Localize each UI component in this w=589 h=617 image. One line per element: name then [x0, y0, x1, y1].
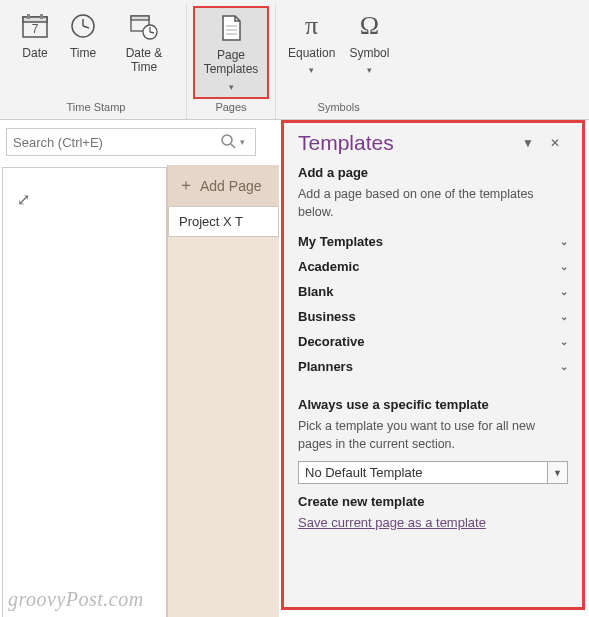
datetime-label: Date & Time	[114, 46, 174, 75]
search-input[interactable]	[13, 135, 220, 150]
symbol-label: Symbol	[349, 46, 389, 60]
chevron-down-icon: ▾	[309, 65, 314, 75]
category-my-templates[interactable]: My Templates ⌄	[298, 229, 568, 254]
add-page-button[interactable]: ＋ Add Page	[168, 165, 279, 206]
category-label: Blank	[298, 284, 333, 299]
chevron-down-icon: ▾	[367, 65, 372, 75]
add-page-title: Add a page	[298, 165, 568, 180]
category-label: Business	[298, 309, 356, 324]
category-label: Decorative	[298, 334, 364, 349]
ribbon-group-symbols: π Equation ▾ Ω Symbol ▾ Symbols	[276, 4, 401, 119]
time-icon	[67, 10, 99, 42]
svg-line-7	[83, 26, 89, 28]
search-icon[interactable]	[220, 133, 236, 152]
page-list: ＋ Add Page Project X T	[167, 165, 279, 617]
svg-point-16	[222, 135, 232, 145]
always-desc: Pick a template you want to use for all …	[298, 418, 568, 453]
svg-rect-9	[131, 16, 149, 20]
default-template-value[interactable]: No Default Template	[298, 461, 548, 484]
ribbon-group-pages: Page Templates ▾ Pages	[187, 4, 276, 119]
page-canvas[interactable]: ⤢	[2, 167, 167, 617]
category-label: Academic	[298, 259, 359, 274]
time-label: Time	[70, 46, 96, 60]
ribbon-group-timestamp: 7 Date Time Date & Time Time Stamp	[6, 4, 187, 119]
category-blank[interactable]: Blank ⌄	[298, 279, 568, 304]
chevron-down-icon: ▾	[229, 82, 234, 92]
create-title: Create new template	[298, 494, 568, 509]
ribbon: 7 Date Time Date & Time Time Stamp	[0, 0, 589, 120]
category-academic[interactable]: Academic ⌄	[298, 254, 568, 279]
datetime-icon	[128, 10, 160, 42]
chevron-down-icon: ⌄	[560, 311, 568, 322]
default-template-select[interactable]: No Default Template ▼	[298, 461, 568, 484]
time-button[interactable]: Time	[60, 6, 106, 99]
plus-icon: ＋	[178, 175, 194, 196]
page-templates-label: Page Templates	[201, 48, 261, 77]
svg-line-17	[231, 144, 235, 148]
always-title: Always use a specific template	[298, 397, 568, 412]
group-label-pages: Pages	[215, 99, 246, 117]
date-button[interactable]: 7 Date	[12, 6, 58, 99]
chevron-down-icon: ⌄	[560, 336, 568, 347]
equation-button[interactable]: π Equation ▾	[282, 6, 341, 99]
search-box[interactable]: ▾	[6, 128, 256, 156]
expand-icon[interactable]: ⤢	[17, 190, 30, 209]
date-icon: 7	[19, 10, 51, 42]
svg-rect-3	[40, 14, 43, 19]
page-icon	[215, 12, 247, 44]
symbol-icon: Ω	[353, 10, 385, 42]
chevron-down-icon[interactable]: ▼	[548, 461, 568, 484]
page-templates-button[interactable]: Page Templates ▾	[193, 6, 269, 99]
pane-options-button[interactable]: ▼	[514, 132, 542, 154]
close-button[interactable]: ✕	[542, 132, 568, 154]
group-label-timestamp: Time Stamp	[67, 99, 126, 117]
pane-title: Templates	[298, 131, 514, 155]
category-planners[interactable]: Planners ⌄	[298, 354, 568, 379]
pane-header: Templates ▼ ✕	[298, 131, 568, 155]
group-label-symbols: Symbols	[318, 99, 360, 117]
chevron-down-icon: ⌄	[560, 361, 568, 372]
add-page-label: Add Page	[200, 178, 262, 194]
category-label: My Templates	[298, 234, 383, 249]
symbol-button[interactable]: Ω Symbol ▾	[343, 6, 395, 99]
svg-text:7: 7	[32, 22, 39, 36]
datetime-button[interactable]: Date & Time	[108, 6, 180, 99]
category-decorative[interactable]: Decorative ⌄	[298, 329, 568, 354]
chevron-down-icon: ⌄	[560, 236, 568, 247]
category-business[interactable]: Business ⌄	[298, 304, 568, 329]
chevron-down-icon: ⌄	[560, 286, 568, 297]
templates-pane: Templates ▼ ✕ Add a page Add a page base…	[281, 120, 585, 610]
add-page-desc: Add a page based on one of the templates…	[298, 186, 568, 221]
chevron-down-icon: ⌄	[560, 261, 568, 272]
equation-icon: π	[296, 10, 328, 42]
category-label: Planners	[298, 359, 353, 374]
page-item[interactable]: Project X T	[168, 206, 279, 237]
date-label: Date	[22, 46, 47, 60]
equation-label: Equation	[288, 46, 335, 60]
chevron-down-icon[interactable]: ▾	[236, 137, 249, 147]
watermark: groovyPost.com	[8, 588, 144, 611]
save-as-template-link[interactable]: Save current page as a template	[298, 515, 568, 530]
svg-rect-2	[27, 14, 30, 19]
